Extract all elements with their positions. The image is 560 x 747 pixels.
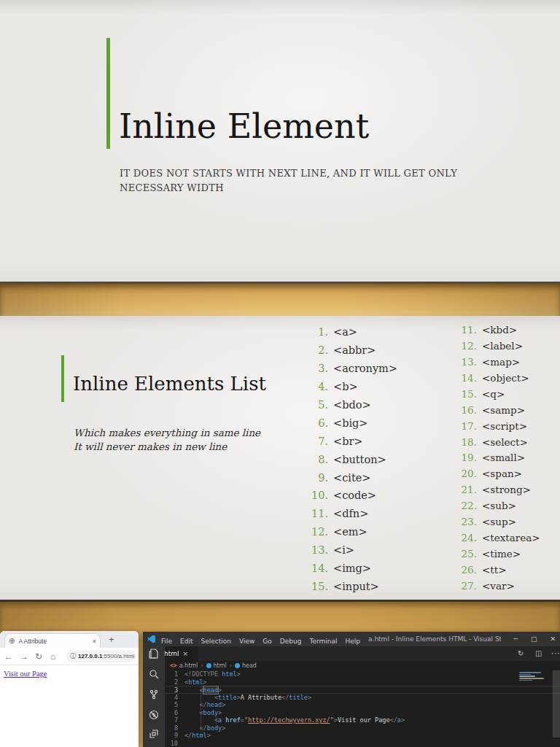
menu-item-go[interactable]: Go [262,638,271,645]
list-item-number: 11. [309,508,328,519]
list-item-tag: <kbd> [482,324,517,336]
close-icon[interactable]: ✕ [550,635,556,643]
split-editor-icon[interactable]: ◫ [535,649,542,657]
debug-icon[interactable] [148,709,160,721]
browser-tab[interactable]: ⊕ A Attribute × [4,633,101,648]
code-line: 7 <a href="http://techwyvern.xyz/">Visit… [165,716,560,724]
more-actions-icon[interactable]: ··· [551,649,560,657]
menu-item-view[interactable]: View [239,638,254,645]
code-line: 3 <head> [165,686,560,694]
info-icon[interactable]: ⓘ [70,652,76,660]
line-number: 3 [165,686,184,693]
line-number: 10 [165,740,184,747]
code-line: 6 <body> [165,709,560,717]
explorer-icon[interactable] [148,648,160,659]
list-item: 19.<small> [458,450,559,466]
browser-toolbar: ← → ↻ ⌂ ⓘ 127.0.0.1:5500/a.html [0,648,139,665]
slide1-title: Inline Element [119,107,369,146]
list-item: 26.<tt> [458,562,559,578]
menu-item-terminal[interactable]: Terminal [309,638,337,645]
breadcrumb: <>a.html›html›head [143,661,560,670]
source-control-icon[interactable] [148,689,160,700]
code-token: < [184,716,218,724]
maximize-icon[interactable]: □ [531,635,537,643]
menu-bar: FileEditSelectionViewGoDebugTerminalHelp [161,632,368,646]
list-item: 11.<dfn> [309,505,440,523]
code-token: > [237,670,241,678]
list-item-number: 12. [309,526,328,538]
visit-our-page-link[interactable]: Visit our Page [4,670,47,678]
tab-close-icon[interactable]: × [183,650,189,657]
list-item-number: 26. [458,564,477,576]
list-item-tag: <time> [482,548,521,560]
code-token: < [184,686,203,694]
list-item: 16.<samp> [458,402,559,418]
line-number: 5 [165,701,184,709]
code-token: http://techwyvern.xyz/ [248,716,330,724]
code-token: > [207,732,211,739]
list-item-tag: <sub> [482,500,516,511]
minimap[interactable] [519,672,550,681]
list-item: 13.<i> [309,541,440,560]
list-item-number: 5. [309,399,328,411]
code-line: 4 <title>A Attribute</title> [165,694,560,702]
list-item-number: 4. [309,381,328,392]
slide-title-page: Inline Element IT DOES NOT STARTS WITH N… [0,0,560,282]
code-text: </html> [184,732,211,740]
breadcrumb-item-html[interactable]: html [206,662,227,669]
list-item: 3.<acronym> [309,360,440,378]
slide2-note: Which makes everything in same line It w… [74,426,260,454]
list-item-tag: <select> [482,436,528,448]
code-line: 8 </body> [165,724,560,732]
list-item-number: 6. [309,417,328,429]
list-item-tag: <object> [482,372,529,384]
browser-page-content: Visit our Page [0,665,139,746]
code-token: </ [184,732,192,739]
code-lines: 1<!DOCTYPE html>2<html>3 <head>4 <title>… [165,670,560,747]
list-item-tag: <button> [333,454,386,465]
list-item-number: 19. [458,452,477,463]
reload-icon[interactable]: ↻ [35,651,50,662]
search-icon[interactable] [148,668,160,680]
list-item-number: 9. [309,472,328,484]
list-item-tag: <big> [333,417,368,429]
menu-item-edit[interactable]: Edit [180,638,192,645]
scrollbar-thumb[interactable] [553,670,560,738]
home-icon[interactable]: ⌂ [50,651,66,662]
list-item-tag: <q> [482,388,505,400]
list-item-tag: <cite> [333,472,370,484]
forward-icon[interactable]: → [20,651,35,662]
extensions-icon[interactable] [148,728,160,740]
list-item: 18.<select> [458,434,559,450]
address-bar[interactable]: ⓘ 127.0.0.1:5500/a.html [66,650,136,662]
tab-close-icon[interactable]: × [93,638,96,645]
code-text: <body> [184,709,222,717]
new-tab-button[interactable]: + [109,634,114,645]
back-icon[interactable]: ← [4,651,20,662]
code-text: </head> [184,701,225,709]
list-item-tag: <acronym> [333,363,397,374]
code-token: > [203,678,207,686]
menu-item-file[interactable]: File [161,638,172,645]
accent-bar [106,38,110,149]
minimize-icon[interactable]: ─ [514,635,518,643]
menu-item-selection[interactable]: Selection [201,638,231,645]
menu-item-help[interactable]: Help [345,638,360,645]
code-token: html [222,670,236,678]
sync-icon[interactable]: ↻ [518,649,524,657]
scrollbar[interactable] [553,670,560,747]
list-item-tag: <small> [482,452,525,463]
line-number: 1 [165,670,184,678]
list-item-number: 25. [458,548,477,560]
menu-item-debug[interactable]: Debug [280,638,302,645]
code-editor[interactable]: 1<!DOCTYPE html>2<html>3 <head>4 <title>… [165,670,560,747]
breadcrumb-item-a.html[interactable]: <>a.html [170,662,198,669]
code-text: <!DOCTYPE html> [184,670,241,678]
line-number: 6 [165,709,184,717]
list-item-number: 8. [309,454,328,465]
code-text: <title>A Attribute</title> [184,694,311,702]
breadcrumb-item-head[interactable]: head [235,662,257,669]
code-line: 10 [165,740,560,747]
vscode-title-bar: FileEditSelectionViewGoDebugTerminalHelp… [143,632,560,646]
list-item: 21.<strong> [458,481,559,498]
